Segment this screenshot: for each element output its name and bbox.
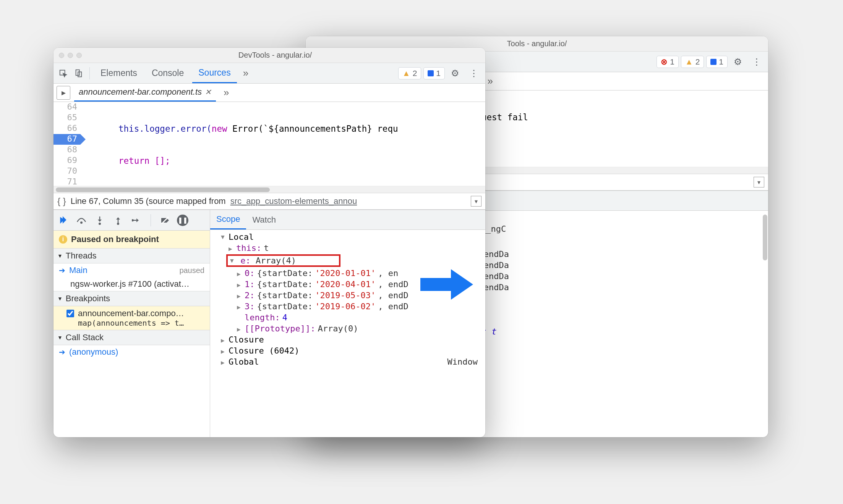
window-title: DevTools - angular.io/	[70, 51, 480, 60]
warnings-badge[interactable]: ▲2	[398, 67, 421, 79]
warnings-badge[interactable]: ▲2	[681, 56, 704, 68]
messages-badge[interactable]: 1	[706, 56, 728, 68]
file-tab-label: announcement-bar.component.ts	[79, 87, 202, 97]
paused-banner: iPaused on breakpoint	[53, 231, 210, 248]
comparison-arrow-icon	[420, 267, 474, 304]
section-callstack[interactable]: ▼Call Stack	[53, 330, 210, 345]
step-into-button[interactable]	[93, 214, 106, 227]
scope-proto[interactable]: ▶[[Prototype]]: Array(0)	[210, 323, 485, 334]
line-gutter[interactable]: 64 65 66 67 68 69 70 71	[53, 102, 80, 186]
scope-pane: Scope Watch ▼Local ▶this: t ▼ e: Array(4…	[210, 210, 485, 437]
tab-elements[interactable]: Elements	[94, 63, 143, 83]
devtools-window-left: DevTools - angular.io/ Elements Console …	[53, 48, 485, 437]
messages-badge[interactable]: 1	[423, 67, 445, 79]
section-threads[interactable]: ▼Threads	[53, 248, 210, 263]
breakpoint-checkbox[interactable]	[66, 310, 74, 317]
breakpoint-code: map(announcements => t…	[66, 318, 204, 328]
svg-point-7	[117, 223, 119, 225]
pointer-icon: ➔	[59, 266, 65, 275]
scope-closure-n[interactable]: ▶Closure (6042)	[210, 345, 485, 356]
code-area: 64 65 66 67 68 69 70 71 this.logger.erro…	[53, 102, 485, 186]
scope-global[interactable]: ▶GlobalWindow	[210, 356, 485, 367]
thread-sw[interactable]: ngsw-worker.js #7100 (activat…	[53, 277, 210, 291]
tab-scope[interactable]: Scope	[210, 210, 246, 229]
step-button[interactable]	[130, 214, 143, 227]
cursor-pos: Line 67, Column 35 (source mapped from	[71, 196, 226, 206]
status-line: { } Line 67, Column 35 (source mapped fr…	[53, 193, 485, 210]
gear-icon[interactable]: ⚙	[447, 68, 463, 79]
svg-rect-1	[76, 69, 79, 75]
info-icon: i	[59, 235, 67, 244]
svg-point-5	[99, 223, 101, 225]
window-title: Tools - angular.io/	[311, 39, 763, 48]
dropdown-icon[interactable]: ▾	[754, 177, 764, 187]
tab-sources[interactable]: Sources	[192, 63, 237, 83]
thread-main[interactable]: ➔Mainpaused	[53, 263, 210, 277]
scope-body: ▼Local ▶this: t ▼ e: Array(4) ▶0: {start…	[210, 230, 485, 437]
more-files-icon[interactable]: »	[484, 75, 497, 87]
debugger-sidebar: ❚❚ iPaused on breakpoint ▼Threads ➔Mainp…	[53, 210, 210, 437]
navigator-toggle-icon[interactable]: ▸	[57, 86, 70, 100]
more-tabs-icon[interactable]: »	[239, 67, 252, 79]
callstack-frame[interactable]: ➔(anonymous)	[53, 345, 210, 359]
kebab-icon[interactable]: ⋮	[748, 57, 765, 67]
file-tabs: ▸ announcement-bar.component.ts ✕ »	[53, 84, 485, 102]
pause-on-exception-button[interactable]: ❚❚	[177, 215, 188, 226]
errors-badge[interactable]: ⊗1	[657, 56, 679, 68]
main-tabs: Elements Console Sources » ▲2 1 ⚙ ⋮	[53, 63, 485, 84]
svg-point-9	[132, 219, 134, 221]
titlebar: DevTools - angular.io/	[53, 48, 485, 63]
step-out-button[interactable]	[112, 214, 125, 227]
h-scrollbar[interactable]	[53, 186, 485, 193]
tab-console[interactable]: Console	[146, 63, 190, 83]
close-button[interactable]	[59, 53, 64, 58]
deactivate-bp-button[interactable]	[159, 214, 172, 227]
scope-closure[interactable]: ▶Closure	[210, 334, 485, 345]
dropdown-icon[interactable]: ▾	[471, 196, 481, 207]
scope-local[interactable]: ▼Local	[210, 231, 485, 242]
pointer-icon: ➔	[59, 347, 65, 357]
inspect-icon[interactable]	[57, 67, 70, 80]
section-breakpoints[interactable]: ▼Breakpoints	[53, 291, 210, 306]
breakpoint-entry[interactable]: announcement-bar.compo… map(announcement…	[53, 306, 210, 330]
svg-point-3	[80, 221, 83, 224]
gear-icon[interactable]: ⚙	[730, 57, 746, 67]
resume-button[interactable]	[57, 214, 70, 227]
device-toggle-icon[interactable]	[72, 67, 85, 80]
file-tab-component[interactable]: announcement-bar.component.ts ✕	[74, 84, 216, 102]
v-scrollbar[interactable]	[763, 215, 767, 260]
kebab-icon[interactable]: ⋮	[465, 68, 482, 79]
scope-e[interactable]: ▼ e: Array(4)	[210, 254, 485, 268]
close-icon[interactable]: ✕	[205, 87, 211, 97]
debugger-toolbar: ❚❚	[53, 210, 210, 231]
scope-length: ▶length: 4	[210, 312, 485, 323]
bottom-pane: ❚❚ iPaused on breakpoint ▼Threads ➔Mainp…	[53, 210, 485, 437]
pretty-print-icon[interactable]: { }	[57, 196, 66, 207]
step-over-button[interactable]	[75, 214, 88, 227]
more-files-icon[interactable]: »	[220, 87, 233, 99]
source-map-link[interactable]: src_app_custom-elements_annou	[230, 196, 357, 206]
tab-watch[interactable]: Watch	[246, 210, 282, 229]
scope-this[interactable]: ▶this: t	[210, 242, 485, 254]
breakpoint-line[interactable]: 67	[53, 134, 80, 145]
